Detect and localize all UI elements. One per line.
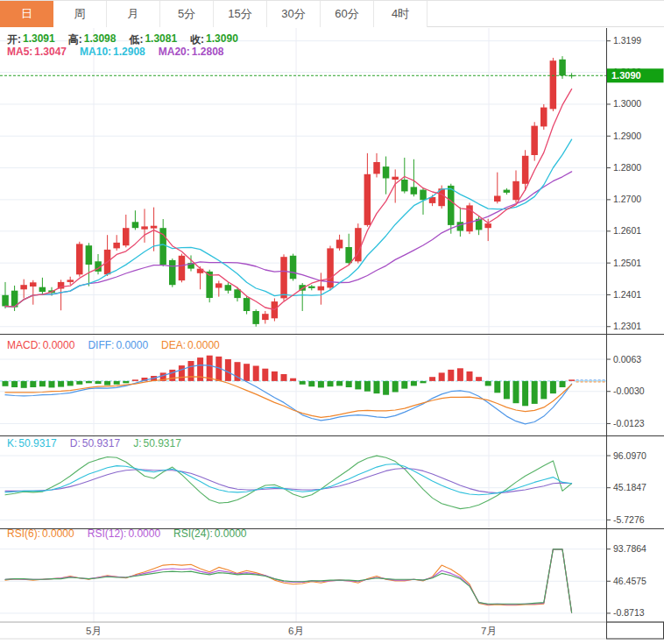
macd-hist-bar (485, 381, 491, 386)
candle-body (169, 260, 176, 285)
candle-body (123, 228, 130, 245)
macd-hist-bar (272, 372, 278, 381)
k-label: K: (7, 437, 17, 449)
tab-30min[interactable]: 30分 (267, 1, 321, 27)
axis-corner-box (607, 622, 664, 639)
tab-15min[interactable]: 15分 (214, 1, 267, 27)
kdj-axis-label: -5.7276 (613, 514, 645, 525)
diff-value: 0.0000 (116, 339, 148, 351)
macd-hist-bar (513, 381, 519, 403)
rsi6-label: RSI(6): (7, 527, 40, 540)
candle-body (512, 181, 519, 200)
macd-hist-bar (364, 381, 371, 392)
candle-body (215, 283, 223, 287)
candle-body (113, 243, 120, 249)
macd-hist-bar (95, 381, 102, 384)
chart-canvas[interactable]: 1.31991.31001.30001.29001.28001.27001.26… (0, 0, 664, 644)
price-axis-label: 1.2501 (613, 258, 641, 268)
macd-hist-bar (179, 365, 185, 381)
macd-hist-bar (476, 377, 482, 381)
candle-body (318, 287, 325, 291)
macd-hist-bar (383, 381, 389, 395)
macd-hist-bar (522, 381, 528, 406)
macd-hist-bar (392, 381, 399, 393)
macd-hist-bar (550, 381, 556, 393)
macd-hist-bar (439, 372, 445, 381)
candle-body (151, 226, 158, 229)
macd-hist-bar (188, 361, 194, 381)
candle-body (39, 287, 46, 292)
price-axis-label: 1.2301 (613, 321, 641, 331)
candle-body (550, 60, 557, 109)
tab-60min[interactable]: 60分 (321, 1, 374, 27)
candle-body (141, 226, 148, 229)
j-line (5, 456, 572, 509)
macd-hist-bar (30, 381, 36, 387)
tab-day[interactable]: 日 (0, 1, 53, 27)
macd-hist-bar (253, 366, 259, 381)
diff-line (5, 365, 572, 424)
macd-readout: MACD:0.0000 DIFF:0.0000 DEA:0.0000 (7, 339, 220, 351)
candle-body (20, 285, 27, 289)
candle-body (522, 156, 529, 184)
macd-hist-bar (58, 381, 64, 387)
kdj-axis-label: 96.0970 (613, 450, 646, 461)
candle-body (336, 240, 343, 249)
price-axis-label: 1.2900 (613, 131, 641, 141)
candle-body (411, 187, 418, 194)
rsi12-label: RSI(12): (88, 527, 127, 540)
macd-hist-bar (540, 381, 547, 400)
tab-4hour[interactable]: 4时 (374, 1, 427, 27)
macd-hist-bar (467, 372, 473, 381)
ma20-label: MA20: (159, 46, 190, 58)
price-axis-label: 1.2401 (613, 289, 641, 300)
macd-hist-bar (457, 368, 463, 381)
candle-body (2, 295, 9, 307)
candle-body (225, 285, 232, 291)
candle-body (373, 162, 380, 173)
candle-body (383, 166, 390, 178)
d-label: D: (70, 437, 81, 449)
macd-hist-bar (132, 379, 138, 381)
tab-week[interactable]: 周 (53, 1, 107, 27)
macd-hist-bar (225, 359, 231, 381)
candle-body (308, 287, 315, 288)
ma10-line (5, 139, 572, 307)
macd-hist-bar (569, 379, 575, 381)
price-axis-label: 1.2800 (613, 162, 641, 173)
rsi-axis-label: -0.8713 (613, 607, 645, 618)
candle-body (345, 247, 352, 263)
rsi24-value: 0.0000 (215, 527, 247, 540)
macd-hist-bar (281, 374, 287, 381)
macd-value: 0.0000 (43, 339, 75, 351)
macd-axis-label: -0.0030 (613, 386, 645, 396)
candle-body (76, 244, 83, 274)
candle-body (559, 60, 566, 76)
rsi-axis-label: 46.4575 (613, 576, 646, 586)
macd-hist-bar (504, 381, 510, 400)
price-axis-label: 1.3199 (613, 35, 641, 46)
tab-5min[interactable]: 5分 (160, 1, 214, 27)
rsi-readout: RSI(6):0.0000 RSI(12):0.0000 RSI(24):0.0… (7, 527, 247, 540)
tab-month[interactable]: 月 (107, 1, 160, 27)
month-label: 7月 (481, 626, 497, 636)
candle-body (420, 190, 427, 201)
macd-hist-bar (104, 381, 110, 386)
candle-body (179, 256, 186, 280)
ma20-line (5, 172, 572, 307)
macd-axis-label: 0.0063 (613, 354, 641, 364)
macd-axis-label: -0.0123 (613, 418, 645, 428)
macd-hist-bar (401, 381, 407, 389)
macd-hist-bar (244, 364, 250, 381)
macd-hist-bar (411, 381, 417, 386)
macd-hist-bar (49, 381, 55, 388)
rsi-axis-label: 93.7864 (613, 543, 646, 554)
candle-body (392, 177, 399, 180)
candle-body (252, 311, 259, 324)
macd-hist-bar (420, 381, 427, 383)
macd-hist-bar (290, 379, 296, 381)
k-line (5, 464, 572, 495)
ma5-value: 1.3047 (34, 46, 67, 58)
rsi6-value: 0.0000 (42, 527, 74, 540)
candle-body (494, 196, 501, 202)
